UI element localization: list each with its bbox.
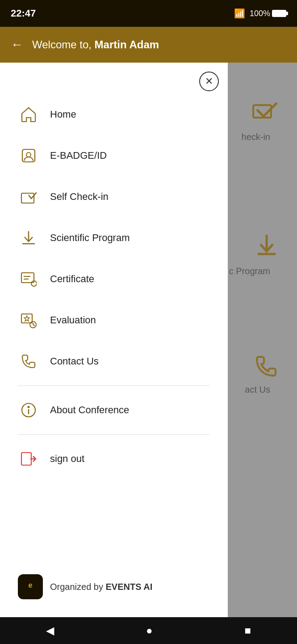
menu-item-ebadge[interactable]: E-BADGE/ID — [0, 135, 228, 176]
menu-list: Home E-BADGE/ID Self Check-in — [0, 63, 228, 561]
bg-checkin-icon — [252, 98, 279, 126]
ebadge-label: E-BADGE/ID — [50, 150, 107, 161]
close-drawer-button[interactable]: ✕ — [199, 72, 219, 91]
divider-1 — [18, 386, 210, 386]
home-icon — [18, 104, 39, 125]
divider-2 — [18, 434, 210, 435]
certificate-icon — [18, 268, 39, 290]
header-title: Welcome to, Martin Adam — [32, 38, 159, 51]
signout-label: sign out — [50, 453, 84, 465]
menu-item-contactus[interactable]: Contact Us — [0, 341, 228, 382]
svg-rect-20 — [21, 453, 31, 465]
menu-item-selfcheckin[interactable]: Self Check-in — [0, 176, 228, 217]
status-icons: 📶 100% — [234, 8, 286, 19]
menu-item-home[interactable]: Home — [0, 94, 228, 135]
svg-point-4 — [26, 153, 31, 157]
signout-icon — [18, 448, 39, 470]
bg-program-icon — [254, 233, 279, 263]
contactus-label: Contact Us — [50, 356, 99, 367]
checkin-icon — [18, 186, 39, 208]
menu-item-signout[interactable]: sign out — [0, 438, 228, 479]
home-label: Home — [50, 109, 76, 120]
time-display: 22:47 — [11, 8, 36, 19]
bg-checkin-text: heck-in — [242, 132, 270, 142]
nav-back-button[interactable]: ◀ — [37, 620, 63, 641]
header: ← Welcome to, Martin Adam — [0, 27, 297, 63]
battery-container: 100% — [250, 9, 286, 18]
close-icon: ✕ — [205, 76, 213, 86]
menu-item-certificate[interactable]: Certificate — [0, 258, 228, 300]
nav-home-button[interactable]: ● — [137, 620, 162, 641]
bg-program-text: c Program — [229, 266, 270, 276]
svg-marker-13 — [24, 316, 29, 321]
svg-line-16 — [33, 325, 35, 326]
org-text: Organized by EVENTS AI — [50, 582, 152, 592]
battery-pct: 100% — [250, 9, 270, 18]
status-bar: 22:47 📶 100% — [0, 0, 297, 27]
svg-text:e: e — [29, 581, 33, 589]
drawer-footer: e Organized by EVENTS AI — [0, 561, 228, 617]
selfcheckin-label: Self Check-in — [50, 191, 109, 203]
menu-item-evaluation[interactable]: Evaluation — [0, 300, 228, 341]
nav-bar: ◀ ● ■ — [0, 617, 297, 644]
menu-item-about[interactable]: About Conference — [0, 390, 228, 431]
scientificprogram-label: Scientific Program — [50, 232, 130, 244]
badge-icon — [18, 145, 39, 166]
download-icon — [18, 227, 39, 249]
battery-icon — [272, 10, 286, 17]
back-button[interactable]: ← — [11, 38, 23, 52]
org-logo: e — [18, 574, 43, 599]
about-label: About Conference — [50, 404, 129, 416]
certificate-label: Certificate — [50, 273, 94, 285]
wifi-icon: 📶 — [234, 8, 245, 19]
menu-item-scientificprogram[interactable]: Scientific Program — [0, 217, 228, 258]
svg-point-19 — [28, 407, 29, 408]
nav-recents-button[interactable]: ■ — [236, 620, 260, 641]
info-icon — [18, 399, 39, 421]
phone-icon — [18, 351, 39, 372]
evaluation-label: Evaluation — [50, 314, 96, 326]
side-drawer: ✕ Home E-BADGE/ID — [0, 63, 228, 617]
bg-contact-text: act Us — [245, 385, 270, 395]
bg-contact-icon — [254, 353, 279, 383]
evaluation-icon — [18, 309, 39, 331]
